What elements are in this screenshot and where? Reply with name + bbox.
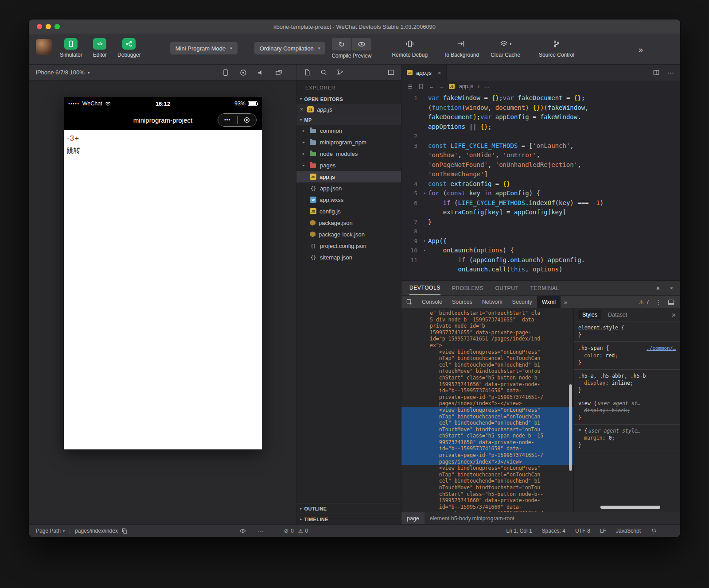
wxml-node-line[interactable]: <view bindlongpress="onLongPress" <box>430 465 573 472</box>
cursor-position[interactable]: Ln 1, Col 1 <box>506 528 532 534</box>
wxml-node-line[interactable]: nTap" bindtouchcancel="onTouchCan <box>430 355 573 362</box>
timeline-section-header[interactable]: ▸ TIMELINE <box>296 514 401 524</box>
code-line[interactable]: 11 if (appConfig.onLaunch) appConfig. <box>401 255 680 265</box>
preview-button[interactable] <box>352 38 371 50</box>
exit-miniprogram-button[interactable] <box>238 117 257 123</box>
zoom-window-button[interactable] <box>55 24 60 29</box>
code-line[interactable]: 9▾App({ <box>401 236 680 246</box>
style-source-link[interactable]: ./common/… <box>647 345 676 352</box>
close-icon[interactable]: × <box>438 70 441 76</box>
code-line[interactable]: 10▾ onLaunch(options) { <box>401 246 680 255</box>
wxml-node-line[interactable]: id="b--1599573741658" data- <box>401 445 573 452</box>
crumb-element[interactable]: element.h5-body.miniprogram-root <box>430 515 514 522</box>
notifications-bell-icon[interactable] <box>651 528 657 534</box>
wxml-node-line[interactable]: private-page-id="p-1599573741651-/ <box>401 452 573 459</box>
file-item-sitemap.json[interactable]: {}sitemap.json <box>296 251 401 263</box>
statusbar-more-icon[interactable]: ⋯ <box>258 528 264 534</box>
wxml-node-line[interactable]: 5-div node-b--1599573741655" data- <box>430 317 573 323</box>
more-style-tabs-icon[interactable]: » <box>672 311 676 319</box>
file-item-node_modules[interactable]: ▸node_modules <box>296 148 401 159</box>
split-editor-icon[interactable] <box>653 69 660 76</box>
files-icon[interactable] <box>304 69 311 76</box>
project-root-header[interactable]: ▾ MP <box>296 115 401 125</box>
code-line[interactable]: 'onShow', 'onHide', 'onError', <box>401 151 680 160</box>
wxml-node-line[interactable]: pages/index/index">3</view> <box>401 459 573 465</box>
more-toolbar-items-button[interactable]: » <box>639 45 643 54</box>
open-editor-app-js[interactable]: × JS app.js <box>296 104 401 115</box>
code-line[interactable]: 7} <box>401 217 680 227</box>
minimize-window-button[interactable] <box>46 24 51 29</box>
wxml-node-line[interactable]: cel" bindtouchend="onTouchEnd" bi <box>430 362 573 368</box>
wxml-node-line[interactable]: private-page-id="p-1599573741651-/ <box>430 510 573 512</box>
debugger-button[interactable]: Debugger <box>117 38 141 58</box>
code-line[interactable]: 2 <box>401 132 680 141</box>
wxml-node-line[interactable]: chStart" class="h5-button node-b-- <box>430 491 573 498</box>
tab-terminal[interactable]: TERMINAL <box>530 281 559 295</box>
breadcrumb-symbol[interactable]: … <box>484 83 489 89</box>
editor-button[interactable]: </> Editor <box>93 38 107 58</box>
navigate-back-icon[interactable]: ← <box>429 83 434 90</box>
wxml-node-line[interactable]: 1599573741656" data-private-node- <box>430 381 573 388</box>
devtools-menu-icon[interactable]: ⋮ <box>655 299 661 306</box>
search-icon[interactable] <box>320 69 327 76</box>
file-item-package-lock.json[interactable]: package-lock.json <box>296 228 401 240</box>
code-line[interactable]: 4const extraConfig = {} <box>401 179 680 189</box>
code-line[interactable]: 3const LIFE_CYCLE_METHODS = ['onLaunch', <box>401 141 680 151</box>
clear-cache-button[interactable]: ▾ Clear Cache <box>491 38 520 58</box>
problems-summary[interactable]: ⊘0 ⚠0 <box>284 528 308 534</box>
simulator-button[interactable]: Simulator <box>60 38 82 58</box>
collapse-panel-icon[interactable]: ∧ <box>656 285 660 291</box>
wxml-node-line[interactable]: ex"> <box>430 342 573 349</box>
css-property[interactable]: color: red; <box>578 352 676 359</box>
remote-debug-button[interactable]: Remote Debug <box>392 38 428 58</box>
code-line[interactable]: 1var fakeWindow = {};var fakeDocument = … <box>401 93 680 103</box>
wxml-node-line[interactable]: nTap" bindtouchcancel="onTouchCan <box>430 472 573 478</box>
close-window-button[interactable] <box>37 24 42 29</box>
tab-problems[interactable]: PROBLEMS <box>452 281 484 295</box>
eye-icon[interactable] <box>239 527 246 534</box>
code-line[interactable]: (function(window, document) {})(fakeWind… <box>401 103 680 113</box>
wxml-node-line[interactable]: private-node-id="b-- <box>430 323 573 329</box>
wxml-node-line[interactable]: cel" bindtouchend="onTouchEnd" bi <box>430 478 573 484</box>
tab-dataset[interactable]: Dataset <box>604 310 631 319</box>
wxml-node-line[interactable]: <view bindlongpress="onLongPress" <box>430 349 573 356</box>
code-area[interactable]: 1var fakeWindow = {};var fakeDocument = … <box>401 92 680 280</box>
more-actions-icon[interactable]: ⋯ <box>667 69 674 77</box>
outline-list-icon[interactable] <box>407 83 413 90</box>
open-editors-header[interactable]: ▾ OPEN EDITORS <box>296 94 401 104</box>
file-item-pages[interactable]: ▸pages <box>296 159 401 171</box>
code-line[interactable]: 'onThemeChange'] <box>401 170 680 179</box>
file-item-config.js[interactable]: JSconfig.js <box>296 205 401 217</box>
tab-network[interactable]: Network <box>477 296 507 308</box>
wxml-node-line[interactable]: e" bindtouchstart="onTouchStart" cla <box>430 310 573 317</box>
split-editor-icon[interactable] <box>387 69 395 76</box>
code-line[interactable]: 8 <box>401 227 680 236</box>
css-property[interactable]: display: block; <box>578 407 676 414</box>
wxml-node-line[interactable]: pages/index/index">-</view> <box>430 400 573 407</box>
css-property[interactable]: display: inline; <box>578 379 676 387</box>
encoding[interactable]: UTF-8 <box>575 528 590 534</box>
sound-icon[interactable] <box>257 69 265 77</box>
code-line[interactable]: appOptions || {}; <box>401 122 680 132</box>
wxml-node-line[interactable]: nTouchMove" bindtouchstart="onTou <box>401 426 573 433</box>
wxml-node-line[interactable]: 1599573741655" data-private-page- <box>430 329 573 336</box>
source-control-button[interactable]: Source Control <box>539 38 574 58</box>
wxml-node-line[interactable]: 1599573741660" data-private-node- <box>430 497 573 504</box>
wxml-node-line[interactable]: id="p-1599573741651-/pages/index/ind <box>430 336 573 342</box>
record-icon[interactable] <box>239 69 247 77</box>
plus-button[interactable]: + <box>74 134 79 143</box>
bookmark-icon[interactable] <box>418 83 424 89</box>
wxml-node-line[interactable]: nTap" bindtouchcancel="onTouchCan <box>401 414 573 420</box>
code-line[interactable]: onLaunch.call(this, options) <box>401 265 680 275</box>
float-window-icon[interactable] <box>275 69 283 77</box>
tab-app-js[interactable]: JS app.js × <box>401 65 447 81</box>
page-path-selector[interactable]: Page Path ▾ <box>36 528 65 534</box>
indentation[interactable]: Spaces: 4 <box>542 528 565 534</box>
wxml-node-line[interactable]: chStart" class="h5-button node-b-- <box>430 375 573 381</box>
inspect-element-icon[interactable] <box>406 298 413 306</box>
code-line[interactable]: 5▾for (const key in appConfig) { <box>401 189 680 198</box>
tab-console[interactable]: Console <box>417 296 447 308</box>
wxml-node-line[interactable]: id="b--1599573741656" data- <box>430 387 573 394</box>
file-item-common[interactable]: ▸common <box>296 125 401 136</box>
to-background-button[interactable]: To Background <box>444 38 479 58</box>
